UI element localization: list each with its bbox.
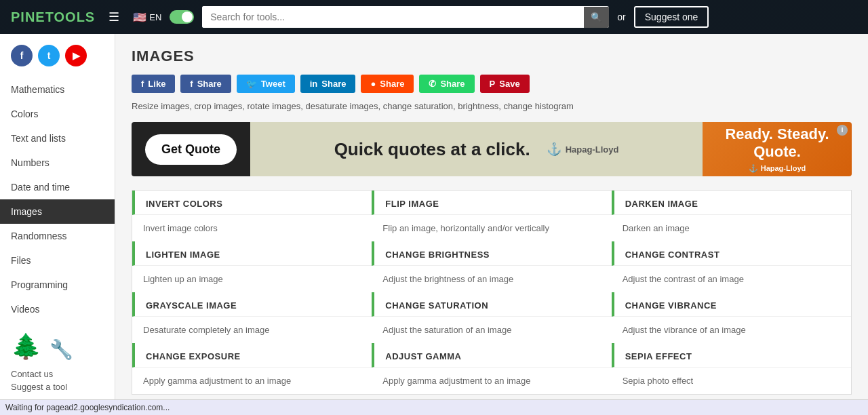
ad-banner[interactable]: Get Quote Quick quotes at a click. ⚓ Hap… (132, 122, 852, 176)
sidebar-item-files[interactable]: Files (0, 248, 115, 273)
suggest-tool-link[interactable]: Suggest a tool (11, 382, 104, 392)
tool-header: FLIP IMAGE (372, 191, 611, 215)
tool-card-change-vibrance[interactable]: CHANGE VIBRANCE Adjust the vibrance of a… (612, 292, 851, 343)
wrench-icon: 🔧 (50, 338, 73, 361)
decorative-icons: 🌲 🔧 (11, 332, 104, 361)
tool-desc: Desaturate completely an image (143, 325, 361, 335)
share-li-label: Share (321, 79, 346, 89)
ad-info-icon[interactable]: i (837, 125, 848, 136)
social-icons: f t ▶ (0, 45, 115, 77)
sidebar-item-colors[interactable]: Colors (0, 102, 115, 126)
sidebar-item-numbers[interactable]: Numbers (0, 151, 115, 175)
tree-icon: 🌲 (11, 332, 41, 361)
facebook-icon[interactable]: f (11, 45, 33, 66)
share-whatsapp-button[interactable]: ✆ Share (419, 75, 474, 93)
sidebar-item-date-and-time[interactable]: Date and time (0, 175, 115, 199)
tool-header: SEPIA EFFECT (612, 343, 851, 368)
share-reddit-button[interactable]: ● Share (361, 75, 414, 93)
whatsapp-icon: ✆ (429, 79, 436, 89)
ad-right-line2: Quote. (753, 143, 801, 161)
contact-link[interactable]: Contact us (11, 369, 104, 379)
twitter-icon[interactable]: t (38, 45, 60, 66)
search-button[interactable]: 🔍 (584, 7, 609, 28)
search-input[interactable] (202, 6, 584, 28)
tool-desc: Sepia photo effect (623, 376, 840, 386)
tool-body: Darken an image (612, 215, 851, 241)
tool-desc: Lighten up an image (143, 274, 361, 284)
tool-name: FLIP IMAGE (385, 199, 600, 209)
tool-name: CHANGE BRIGHTNESS (385, 250, 600, 260)
tool-body: Adjust the contrast of an image (612, 266, 851, 292)
ad-tagline: Quick quotes at a click. (334, 139, 530, 160)
save-pinterest-button[interactable]: P Save (480, 75, 530, 93)
sidebar-item-images[interactable]: Images (0, 199, 115, 224)
share-linkedin-button[interactable]: in Share (300, 75, 356, 93)
ad-center: Quick quotes at a click. ⚓ Hapag-Lloyd (250, 122, 703, 176)
like-label: Like (148, 79, 165, 89)
search-bar: 🔍 (202, 6, 609, 28)
tool-name: LIGHTEN IMAGE (146, 250, 361, 260)
share-facebook-button[interactable]: f Share (180, 75, 231, 93)
tool-header: LIGHTEN IMAGE (132, 241, 372, 266)
tool-card-invert-colors[interactable]: INVERT COLORS Invert image colors (132, 191, 372, 241)
tool-desc: Apply gamma adjustment to an image (143, 376, 361, 386)
suggest-button[interactable]: Suggest one (634, 6, 709, 28)
tool-card-change-exposure[interactable]: CHANGE EXPOSURE Apply gamma adjustment t… (132, 343, 372, 394)
sidebar-item-mathematics[interactable]: Mathematics (0, 77, 115, 102)
sidebar-bottom: 🌲 🔧 Contact us Suggest a tool (0, 321, 115, 406)
tool-body: Flip an image, horizontally and/or verti… (372, 215, 611, 241)
status-text: Waiting for pagead2.googlesyndication.co… (5, 403, 170, 412)
layout: f t ▶ Mathematics Colors Text and lists … (0, 34, 868, 415)
share-fb-label: Share (197, 79, 222, 89)
tool-header: CHANGE VIBRANCE (612, 292, 851, 317)
ad-right-line1: Ready. Steady. (725, 125, 829, 143)
menu-icon[interactable]: ☰ (103, 7, 125, 27)
tool-name: GRAYSCALE IMAGE (146, 300, 361, 311)
tool-header: CHANGE EXPOSURE (132, 343, 372, 368)
sidebar-item-videos[interactable]: Videos (0, 297, 115, 321)
page-title: IMAGES (132, 47, 852, 65)
tool-card-change-saturation[interactable]: CHANGE SATURATION Adjust the saturation … (372, 292, 611, 343)
linkedin-icon: in (310, 79, 318, 89)
tool-header: ADJUST GAMMA (372, 343, 611, 368)
tool-body: Adjust the vibrance of an image (612, 317, 851, 343)
sidebar: f t ▶ Mathematics Colors Text and lists … (0, 34, 115, 415)
tool-name: CHANGE SATURATION (385, 300, 600, 311)
tool-name: CHANGE CONTRAST (625, 250, 840, 260)
tool-desc: Invert image colors (143, 223, 361, 233)
logo[interactable]: PINETOOLS (11, 9, 95, 25)
theme-toggle[interactable] (170, 10, 194, 24)
lang-selector[interactable]: 🇺🇸 EN (133, 11, 161, 24)
get-quote-button[interactable]: Get Quote (145, 134, 237, 165)
status-bar: Waiting for pagead2.googlesyndication.co… (0, 399, 868, 415)
ad-brand-small: Hapag-Lloyd (761, 164, 806, 173)
tool-header: DARKEN IMAGE (612, 191, 851, 215)
sidebar-item-randomness[interactable]: Randomness (0, 224, 115, 248)
tool-card-lighten-image[interactable]: LIGHTEN IMAGE Lighten up an image (132, 241, 372, 292)
sidebar-item-text-and-lists[interactable]: Text and lists (0, 126, 115, 151)
tool-header: GRAYSCALE IMAGE (132, 292, 372, 317)
share-fb-icon: f (190, 79, 193, 89)
like-button[interactable]: f Like (132, 75, 175, 93)
sidebar-item-programming[interactable]: Programming (0, 273, 115, 297)
tool-header: CHANGE CONTRAST (612, 241, 851, 266)
tool-card-adjust-gamma[interactable]: ADJUST GAMMA Apply gamma adjustment to a… (372, 343, 611, 394)
tool-card-grayscale-image[interactable]: GRAYSCALE IMAGE Desaturate completely an… (132, 292, 372, 343)
tweet-button[interactable]: 🐦 Tweet (237, 75, 295, 93)
tools-grid: INVERT COLORS Invert image colors FLIP I… (132, 190, 852, 395)
tool-card-darken-image[interactable]: DARKEN IMAGE Darken an image (612, 191, 851, 241)
tool-card-sepia-effect[interactable]: SEPIA EFFECT Sepia photo effect (612, 343, 851, 394)
tool-body: Lighten up an image (132, 266, 372, 292)
tool-card-flip-image[interactable]: FLIP IMAGE Flip an image, horizontally a… (372, 191, 611, 241)
youtube-icon[interactable]: ▶ (65, 45, 87, 66)
pinterest-icon: P (490, 79, 496, 89)
tool-card-change-contrast[interactable]: CHANGE CONTRAST Adjust the contrast of a… (612, 241, 851, 292)
save-pi-label: Save (499, 79, 519, 89)
tweet-label: Tweet (261, 79, 285, 89)
logo-pine: PINE (11, 9, 45, 24)
tool-name: INVERT COLORS (146, 199, 361, 209)
tool-card-change-brightness[interactable]: CHANGE BRIGHTNESS Adjust the brightness … (372, 241, 611, 292)
tool-name: CHANGE EXPOSURE (146, 351, 361, 361)
tool-name: SEPIA EFFECT (625, 351, 840, 361)
tool-desc: Apply gamma adjustment to an image (382, 376, 600, 386)
